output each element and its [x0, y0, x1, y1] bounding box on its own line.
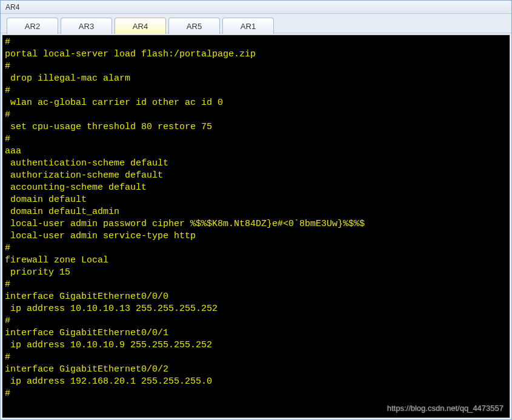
- terminal-output[interactable]: # portal local-server load flash:/portal…: [2, 35, 510, 418]
- tab-label: AR3: [79, 22, 94, 31]
- tab-bar: AR2 AR3 AR4 AR5 AR1: [1, 14, 511, 33]
- tab-label: AR4: [133, 22, 148, 31]
- tab-ar3[interactable]: AR3: [61, 18, 112, 34]
- tab-ar2[interactable]: AR2: [7, 18, 58, 34]
- tab-label: AR2: [25, 22, 40, 31]
- tab-ar1[interactable]: AR1: [222, 18, 274, 34]
- app-window: AR4 AR2 AR3 AR4 AR5 AR1 # portal local-s…: [0, 0, 512, 420]
- title-bar: AR4: [1, 1, 511, 14]
- tab-label: AR1: [241, 22, 256, 31]
- tab-ar4[interactable]: AR4: [115, 18, 166, 34]
- tab-label: AR5: [187, 22, 202, 31]
- tab-ar5[interactable]: AR5: [168, 18, 220, 34]
- terminal-container: # portal local-server load flash:/portal…: [2, 35, 510, 418]
- window-title: AR4: [5, 3, 19, 12]
